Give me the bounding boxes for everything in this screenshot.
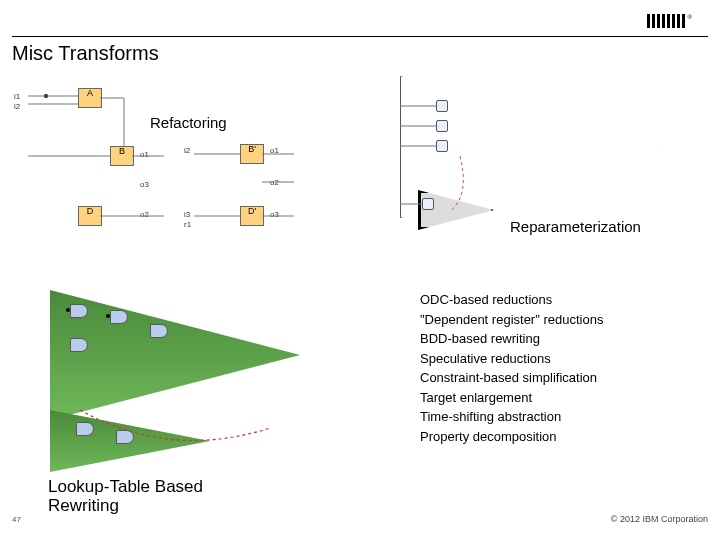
lut-label: Lookup-Table Based Rewriting bbox=[48, 478, 203, 515]
port-label: o3 bbox=[140, 180, 149, 189]
port-label: o3 bbox=[270, 210, 279, 219]
reparam-label: Reparameterization bbox=[510, 218, 641, 235]
block-d-prime: D' bbox=[240, 206, 264, 226]
port-label: r1 bbox=[184, 220, 191, 229]
port-label: i3 bbox=[184, 210, 190, 219]
list-item: Time-shifting abstraction bbox=[420, 407, 603, 427]
block-a: A bbox=[78, 88, 102, 108]
port-label: o1 bbox=[140, 150, 149, 159]
port-label: i1 bbox=[14, 92, 20, 101]
port-label: o1 bbox=[270, 146, 279, 155]
refactoring-label: Refactoring bbox=[150, 114, 227, 131]
slide: { "header": { "title": "Misc Transforms"… bbox=[0, 0, 720, 540]
refactoring-diagram: i1 i2 A B o1 o3 D o2 i2 B' o1 o2 i3 r1 D… bbox=[14, 86, 334, 246]
list-item: Constraint-based simplification bbox=[420, 368, 603, 388]
port-label: o2 bbox=[270, 178, 279, 187]
list-item: BDD-based rewriting bbox=[420, 329, 603, 349]
block-d: D bbox=[78, 206, 102, 226]
copyright: © 2012 IBM Corporation bbox=[611, 514, 708, 524]
list-item: Speculative reductions bbox=[420, 349, 603, 369]
list-item: Property decomposition bbox=[420, 427, 603, 447]
list-item: "Dependent register" reductions bbox=[420, 310, 603, 330]
ibm-logo: ® bbox=[647, 14, 692, 28]
port-label: i2 bbox=[14, 102, 20, 111]
lut-diagram bbox=[40, 290, 340, 480]
port-label: o2 bbox=[140, 210, 149, 219]
page-number: 47 bbox=[12, 515, 21, 524]
port-label: i2 bbox=[184, 146, 190, 155]
page-title: Misc Transforms bbox=[12, 42, 159, 65]
transforms-list: ODC-based reductions "Dependent register… bbox=[420, 290, 603, 446]
block-b-prime: B' bbox=[240, 144, 264, 164]
list-item: ODC-based reductions bbox=[420, 290, 603, 310]
divider bbox=[12, 36, 708, 37]
list-item: Target enlargement bbox=[420, 388, 603, 408]
block-b: B bbox=[110, 146, 134, 166]
reparam-diagram bbox=[400, 76, 700, 226]
